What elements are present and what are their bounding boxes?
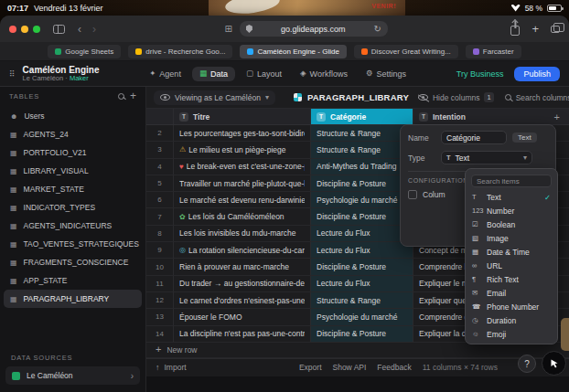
row-number-cell[interactable]: 12: [146, 292, 174, 308]
pointer-fab[interactable]: [542, 351, 566, 376]
titre-cell[interactable]: ⚠ Le milieu est un piège-piege: [174, 142, 311, 157]
row-number-cell[interactable]: 8: [146, 226, 174, 241]
minimize-button[interactable]: [21, 26, 28, 33]
column-name-input[interactable]: [441, 131, 507, 144]
categorie-cell[interactable]: Structure & Range: [311, 292, 413, 308]
categorie-cell[interactable]: Psychologie du marché: [311, 309, 413, 324]
titre-cell[interactable]: Rien à prouver au marc-marche: [174, 259, 311, 274]
zoom-button[interactable]: [33, 26, 40, 33]
categorie-cell[interactable]: Structure & Range: [311, 125, 413, 141]
titre-cell[interactable]: Le carnet d'ordres n'esinest-pas-une-lis…: [174, 292, 311, 308]
categorie-cell[interactable]: Lecture du Flux: [311, 276, 413, 291]
tabs-overview-icon[interactable]: [551, 26, 560, 33]
type-option[interactable]: 123 Number ✓: [466, 204, 557, 217]
type-option[interactable]: ☑ Boolean ✓: [466, 217, 557, 231]
categorie-cell[interactable]: Anti-Mythes du Trading: [311, 159, 413, 175]
browser-tab[interactable]: drive - Recherche Goo...: [128, 45, 232, 58]
type-option[interactable]: ☺ Emoji ✓: [466, 327, 557, 341]
row-number-cell[interactable]: 11: [146, 276, 174, 291]
type-option[interactable]: ☎ Phone Number ✓: [466, 300, 557, 313]
privacy-shield-icon[interactable]: [246, 25, 252, 33]
sidebar-table-item[interactable]: ▦ PARAGRAPH_LIBRARY: [4, 290, 142, 308]
titre-cell[interactable]: Travailler un marché plie-plutot-que-le-…: [174, 175, 311, 191]
add-column-button[interactable]: +: [551, 111, 564, 122]
viewing-as-selector[interactable]: Viewing as Le Caméléon ▾: [154, 90, 275, 105]
back-button[interactable]: ‹: [72, 24, 87, 35]
search-columns-button[interactable]: Search columns: [505, 93, 569, 102]
nav-tab[interactable]: ⚙ Settings: [359, 67, 413, 81]
titre-cell[interactable]: La discipline n'est pas pas-une-contrain…: [174, 326, 311, 342]
nav-tab[interactable]: ✦ Agent: [142, 67, 188, 81]
address-bar[interactable]: go.glideapps.com ↻: [240, 21, 388, 37]
categorie-cell[interactable]: Discipline & Posture: [311, 326, 413, 342]
browser-tab[interactable]: Discover Great Writing...: [354, 45, 458, 58]
titre-cell[interactable]: Du trader → au gestionstionnaire-de-posi…: [174, 276, 311, 291]
type-option[interactable]: ▧ Image ✓: [466, 231, 557, 245]
data-source-item[interactable]: Le Caméléon ›: [5, 366, 140, 385]
share-icon[interactable]: [510, 26, 520, 36]
type-option[interactable]: T Text ✓: [466, 190, 557, 204]
sidebar-toggle-icon[interactable]: [53, 25, 65, 34]
categorie-cell[interactable]: Discipline & Posture: [311, 208, 413, 224]
column-header-categorie[interactable]: T Catégorie: [311, 109, 413, 124]
row-number-cell[interactable]: 5: [146, 175, 174, 191]
column-header-intention[interactable]: T Intention +: [413, 109, 569, 124]
nav-tab[interactable]: ▦ Data: [192, 67, 235, 81]
slide-over-handle[interactable]: [561, 318, 569, 351]
row-number-cell[interactable]: 14: [146, 326, 174, 342]
categorie-cell[interactable]: Discipline & Posture: [311, 175, 413, 191]
new-row-button[interactable]: + New row: [146, 343, 569, 358]
sidebar-table-item[interactable]: ▦ MARKET_STATE: [4, 180, 142, 198]
nav-tab[interactable]: ◈ Workflows: [293, 67, 355, 81]
add-table-button[interactable]: +: [130, 90, 136, 101]
apps-grid-icon[interactable]: ⠿: [9, 69, 16, 79]
type-option[interactable]: ◷ Duration ✓: [466, 313, 557, 327]
sidebar-table-item[interactable]: ▦ TAO_VENTES_STRATEGIQUES: [4, 235, 142, 253]
checkbox[interactable]: [408, 190, 417, 199]
row-number-cell[interactable]: 4: [146, 159, 174, 175]
search-tables-icon[interactable]: [118, 93, 124, 100]
type-option[interactable]: ✉ Email ✓: [466, 286, 557, 300]
row-number-cell[interactable]: 3: [146, 142, 174, 157]
sidebar-table-item[interactable]: ▦ FRAGMENTS_CONSCIENCE: [4, 253, 142, 271]
new-tab-button[interactable]: +: [531, 23, 539, 35]
sidebar-table-item[interactable]: ▦ APP_STATE: [4, 271, 142, 290]
type-option[interactable]: ¶ Rich Text ✓: [466, 272, 557, 286]
footer-link[interactable]: Export: [299, 363, 322, 372]
sidebar-table-item[interactable]: ▦ LIBRARY_VISUAL: [4, 162, 142, 180]
import-button[interactable]: ↑ Import: [156, 363, 187, 372]
categorie-cell[interactable]: Discipline & Posture: [311, 259, 413, 274]
close-button[interactable]: [9, 26, 16, 33]
type-select[interactable]: T Text ▾: [441, 151, 532, 164]
try-business-link[interactable]: Try Business: [456, 69, 504, 79]
type-option[interactable]: ▦ Date & Time ✓: [466, 245, 557, 259]
titre-cell[interactable]: Épouser le FOMO: [174, 309, 311, 324]
categorie-cell[interactable]: Structure & Range: [311, 142, 413, 157]
titre-cell[interactable]: Les lois invisibles du mdu-marche: [174, 226, 311, 241]
row-number-cell[interactable]: 13: [146, 309, 174, 324]
row-number-cell[interactable]: 7: [146, 208, 174, 224]
row-number-cell[interactable]: 9: [146, 242, 174, 258]
row-number-cell[interactable]: 10: [146, 259, 174, 274]
row-number-cell[interactable]: 2: [146, 125, 174, 141]
sidebar-table-item[interactable]: ▦ AGENTS_24: [4, 125, 142, 143]
nav-tab[interactable]: ▢ Layout: [239, 67, 289, 81]
help-button[interactable]: ?: [518, 355, 536, 373]
tab-group-icon[interactable]: ⊞: [225, 24, 232, 34]
browser-tab[interactable]: Google Sheets: [48, 45, 121, 58]
sidebar-table-item[interactable]: ▦ PORTFOLIO_V21: [4, 143, 142, 162]
titre-cell[interactable]: ◎ La rotation silenciencieuse-du-cameleo…: [174, 242, 311, 258]
categorie-cell[interactable]: Psychologie du marché: [311, 192, 413, 207]
sidebar-table-item[interactable]: ▦ INDICATOR_TYPES: [4, 198, 142, 217]
sidebar-table-item[interactable]: ▦ AGENTS_INDICATEURS: [4, 217, 142, 235]
sidebar-table-item[interactable]: ☻ Users: [4, 107, 142, 125]
publish-button[interactable]: Publish: [514, 67, 560, 81]
browser-tab[interactable]: Caméléon Engine - Glide: [240, 45, 346, 58]
titre-cell[interactable]: ✿ Les lois du Caméléoméleon: [174, 208, 311, 224]
categorie-cell[interactable]: Lecture du Flux: [311, 242, 413, 258]
type-option[interactable]: ∞ URL ✓: [466, 259, 557, 272]
footer-link[interactable]: Feedback: [377, 363, 411, 372]
reload-icon[interactable]: ↻: [374, 25, 381, 34]
titre-cell[interactable]: Le marché est devenu renu-darwinien: [174, 192, 311, 207]
hide-columns-button[interactable]: Hide columns 1: [418, 92, 494, 102]
